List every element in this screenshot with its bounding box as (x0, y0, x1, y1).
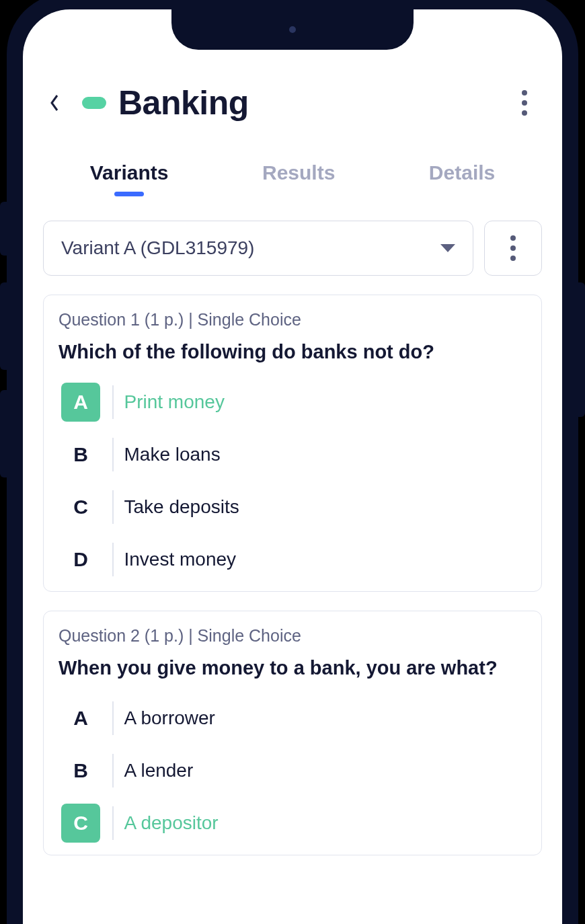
option-divider (112, 701, 114, 735)
phone-screen: Banking Variants Results Details Variant… (23, 9, 562, 924)
tab-results[interactable]: Results (260, 157, 338, 188)
phone-frame: Banking Variants Results Details Variant… (7, 0, 578, 924)
option-text: Invest money (119, 540, 527, 579)
question-card: Question 1 (1 p.) | Single Choice Which … (43, 295, 542, 592)
answer-option[interactable]: A Print money (58, 376, 526, 428)
option-divider (112, 754, 114, 787)
option-letter: D (61, 540, 100, 579)
variant-selector-row: Variant A (GDL315979) (43, 221, 542, 276)
option-letter: B (61, 435, 100, 474)
page-header: Banking (43, 77, 542, 143)
color-pill-icon (82, 97, 106, 109)
dot-icon (510, 235, 516, 241)
answer-option[interactable]: A A borrower (58, 692, 526, 744)
tab-variants[interactable]: Variants (87, 157, 171, 188)
dot-icon (522, 110, 527, 116)
question-meta: Question 2 (1 p.) | Single Choice (58, 626, 526, 646)
phone-side-button (0, 202, 7, 256)
option-text: A depositor (119, 804, 527, 843)
back-button[interactable] (47, 90, 62, 116)
answer-option[interactable]: B A lender (58, 744, 526, 797)
phone-side-button (0, 390, 7, 477)
option-divider (112, 543, 114, 576)
question-card: Question 2 (1 p.) | Single Choice When y… (43, 611, 542, 855)
option-letter: C (61, 488, 100, 527)
page-title: Banking (118, 83, 249, 122)
dot-icon (510, 256, 516, 261)
caret-down-icon (440, 244, 455, 252)
answer-option[interactable]: C Take deposits (58, 481, 526, 533)
option-text: Make loans (119, 435, 527, 474)
phone-side-button (0, 282, 7, 370)
variant-select-dropdown[interactable]: Variant A (GDL315979) (43, 221, 473, 276)
dot-icon (522, 100, 527, 106)
phone-notch (171, 9, 414, 50)
variant-more-button[interactable] (484, 221, 542, 276)
tabs-bar: Variants Results Details (43, 143, 542, 196)
option-divider (112, 490, 114, 524)
option-letter: A (61, 699, 100, 738)
more-vertical-icon (500, 235, 526, 262)
option-letter: A (61, 383, 100, 422)
question-text: Which of the following do banks not do? (58, 339, 526, 365)
app-content: Banking Variants Results Details Variant… (23, 9, 562, 924)
tab-details[interactable]: Details (426, 157, 498, 188)
option-text: A borrower (119, 699, 527, 738)
answer-option[interactable]: B Make loans (58, 428, 526, 481)
option-divider (112, 806, 114, 840)
option-text: A lender (119, 751, 527, 790)
header-more-button[interactable] (511, 89, 538, 116)
dot-icon (522, 90, 527, 95)
question-meta: Question 1 (1 p.) | Single Choice (58, 310, 526, 330)
answer-option[interactable]: C A depositor (58, 797, 526, 849)
variant-select-label: Variant A (GDL315979) (61, 237, 254, 259)
option-letter: B (61, 751, 100, 790)
question-text: When you give money to a bank, you are w… (58, 655, 526, 681)
chevron-left-icon (49, 93, 60, 112)
phone-speaker-dot (289, 26, 296, 33)
option-divider (112, 385, 114, 419)
answer-option[interactable]: D Invest money (58, 533, 526, 586)
option-letter: C (61, 804, 100, 843)
option-text: Take deposits (119, 488, 527, 527)
dot-icon (510, 245, 516, 251)
phone-side-button (578, 282, 585, 417)
option-divider (112, 438, 114, 471)
option-text: Print money (119, 383, 527, 422)
